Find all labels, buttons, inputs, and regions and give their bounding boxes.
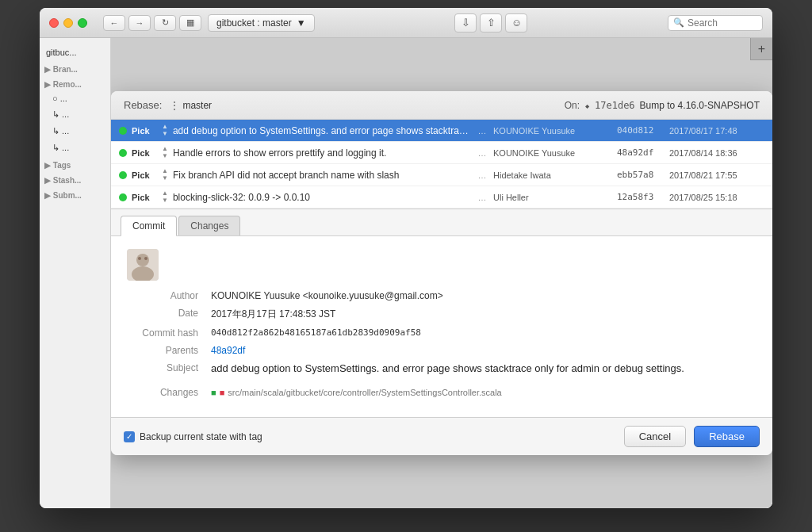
- nav-buttons: ← → ↻ ▦: [103, 15, 201, 31]
- commit-message: blocking-slick-32: 0.0.9 -> 0.0.10: [173, 192, 471, 203]
- arrow-up-icon[interactable]: ▲: [162, 190, 168, 197]
- subject-row: Subject add debug option to SystemSettin…: [127, 362, 756, 381]
- changes-preview: ■ ■ src/main/scala/gitbucket/core/contro…: [211, 387, 502, 398]
- hash-value: 040d812f2a862b48165187a61db2839d0909af58: [211, 327, 756, 339]
- fetch-button[interactable]: ⇩: [454, 13, 477, 33]
- share-button[interactable]: ☺: [505, 13, 527, 33]
- commit-message: Fix branch API did not accept branch nam…: [173, 170, 471, 181]
- arrow-up-icon[interactable]: ▲: [162, 168, 168, 174]
- ellipsis-icon[interactable]: …: [476, 148, 488, 158]
- backup-label: Backup current state with tag: [140, 431, 262, 442]
- rebase-label: Rebase:: [124, 99, 162, 111]
- ellipsis-icon[interactable]: …: [476, 126, 488, 136]
- commit-action: Pick: [132, 126, 157, 136]
- close-button[interactable]: [49, 18, 59, 28]
- commit-action: Pick: [132, 148, 157, 158]
- content-area: 4 5 val JettyVersion = "9.3.19.v20170502…: [111, 38, 772, 508]
- forward-button[interactable]: →: [128, 15, 151, 31]
- commit-date: 2017/08/14 18:36: [669, 148, 764, 158]
- ellipsis-icon[interactable]: …: [476, 170, 488, 180]
- table-row[interactable]: Pick ▲ ▼ add debug option to SystemSetti…: [111, 120, 772, 142]
- tab-changes[interactable]: Changes: [178, 216, 240, 235]
- commit-hash: ebb57a8: [617, 170, 665, 180]
- modal-header: Rebase: ⋮ master On: ⬥ 17e1de6 Bump to 4…: [111, 91, 772, 120]
- table-row[interactable]: Pick ▲ ▼ Handle errors to show errors pr…: [111, 142, 772, 164]
- main-layout: gitbuc... ▶ Bran... ▶ Remo... ○ ... ↳ ..…: [40, 38, 772, 508]
- traffic-lights: [49, 18, 87, 28]
- author-label: Author: [127, 290, 198, 301]
- search-input[interactable]: [688, 17, 759, 29]
- svg-point-4: [144, 257, 147, 260]
- toolbar-icons: ⇩ ⇧ ☺: [454, 13, 527, 33]
- parents-label: Parents: [127, 345, 198, 356]
- rebase-button[interactable]: Rebase: [694, 426, 760, 447]
- arrow-up-icon[interactable]: ▲: [162, 146, 168, 152]
- commit-hash: 040d812: [617, 125, 665, 136]
- branch-icon: ⋮: [170, 100, 179, 111]
- commit-date: 2017/08/17 17:48: [669, 126, 764, 136]
- commit-action: Pick: [132, 170, 157, 180]
- sidebar-section-subm: ▶ Subm...: [40, 189, 110, 201]
- push-button[interactable]: ⇧: [480, 13, 502, 33]
- home-button[interactable]: ▦: [179, 15, 201, 31]
- commit-date: 2017/08/21 17:55: [669, 170, 764, 180]
- tab-bar: Commit Changes: [111, 209, 772, 236]
- minimize-button[interactable]: [63, 18, 73, 28]
- backup-checkbox-area: ✓ Backup current state with tag: [124, 431, 262, 442]
- search-icon: 🔍: [673, 17, 684, 28]
- on-label: On:: [565, 100, 580, 111]
- search-bar[interactable]: 🔍: [668, 15, 763, 31]
- sidebar-section-stash: ▶ Stash...: [40, 174, 110, 186]
- hash-row: Commit hash 040d812f2a862b48165187a61db2…: [127, 327, 756, 339]
- sort-arrows[interactable]: ▲ ▼: [162, 190, 168, 204]
- commit-date: 2017/08/25 15:18: [669, 193, 764, 202]
- change-add-indicator: ■: [211, 388, 216, 397]
- modal-footer: ✓ Backup current state with tag Cancel R…: [111, 417, 772, 455]
- hash-label: Commit hash: [127, 327, 198, 339]
- sidebar: gitbuc... ▶ Bran... ▶ Remo... ○ ... ↳ ..…: [40, 38, 111, 508]
- sidebar-item-branch3[interactable]: ↳ ...: [46, 140, 110, 156]
- ellipsis-icon[interactable]: …: [476, 193, 488, 202]
- arrow-down-icon[interactable]: ▼: [162, 153, 168, 159]
- sidebar-item-github[interactable]: ○ ...: [46, 90, 110, 106]
- sort-arrows[interactable]: ▲ ▼: [162, 168, 168, 182]
- modal-overlay: Rebase: ⋮ master On: ⬥ 17e1de6 Bump to 4…: [111, 38, 772, 508]
- date-value: 2017年8月17日 17:48:53 JST: [211, 308, 756, 321]
- back-button[interactable]: ←: [103, 15, 125, 31]
- commit-details-panel: Author KOUNOIKE Yuusuke <kounoike.yuusuk…: [111, 236, 772, 417]
- refresh-button[interactable]: ↻: [154, 15, 176, 31]
- backup-checkbox[interactable]: ✓: [124, 431, 135, 442]
- branch-selector[interactable]: gitbucket : master ▼: [208, 14, 315, 32]
- changes-file-path: src/main/scala/gitbucket/core/controller…: [228, 388, 501, 397]
- svg-point-3: [138, 257, 141, 260]
- app-window: ← → ↻ ▦ gitbucket : master ▼ ⇩ ⇧ ☺ 🔍 git…: [40, 8, 772, 508]
- arrow-down-icon[interactable]: ▼: [162, 197, 168, 204]
- arrow-down-icon[interactable]: ▼: [162, 131, 168, 137]
- avatar: [127, 249, 159, 281]
- branch-badge: ⋮ master: [170, 100, 212, 111]
- arrow-up-icon[interactable]: ▲: [162, 124, 168, 130]
- svg-point-1: [136, 254, 149, 266]
- maximize-button[interactable]: [78, 18, 87, 28]
- commit-author: KOUNOIKE Yuusuke: [493, 126, 612, 136]
- sidebar-item-root[interactable]: gitbuc...: [40, 44, 110, 60]
- subject-value: add debug option to SystemSettings. and …: [211, 362, 756, 374]
- table-row[interactable]: Pick ▲ ▼ blocking-slick-32: 0.0.9 -> 0.0…: [111, 186, 772, 209]
- changes-row: Changes ■ ■ src/main/scala/gitbucket/cor…: [127, 387, 756, 398]
- commit-action: Pick: [132, 193, 157, 202]
- parents-link[interactable]: 48a92df: [211, 345, 756, 356]
- commit-message: Handle errors to show errors prettify an…: [173, 147, 471, 159]
- on-commit-icon: ⬥: [584, 100, 590, 111]
- parents-row: Parents 48a92df: [127, 345, 756, 356]
- table-row[interactable]: Pick ▲ ▼ Fix branch API did not accept b…: [111, 164, 772, 186]
- sidebar-item-branch2[interactable]: ↳ ...: [46, 123, 110, 140]
- branch-name: master: [182, 100, 212, 111]
- commit-author: Hidetake Iwata: [493, 170, 612, 180]
- tab-commit[interactable]: Commit: [121, 216, 177, 236]
- sort-arrows[interactable]: ▲ ▼: [162, 124, 168, 137]
- date-label: Date: [127, 308, 198, 321]
- sort-arrows[interactable]: ▲ ▼: [162, 146, 168, 159]
- cancel-button[interactable]: Cancel: [624, 426, 686, 447]
- sidebar-item-branch1[interactable]: ↳ ...: [46, 106, 110, 123]
- arrow-down-icon[interactable]: ▼: [162, 175, 168, 182]
